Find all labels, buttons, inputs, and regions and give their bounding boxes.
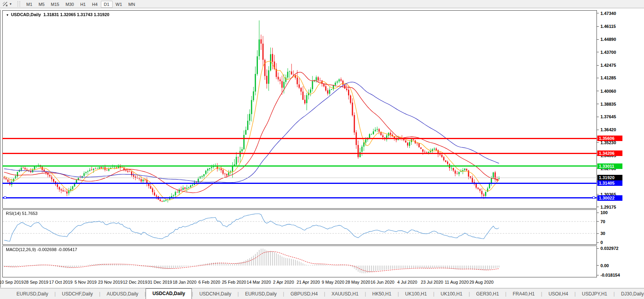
price-tag-1-34206: 1.34206 <box>597 150 622 156</box>
price-tick-mark <box>597 117 599 117</box>
rsi-scale-label-100: 100 <box>600 210 608 215</box>
date-label-9-may-2020: 9 May 2020 <box>322 280 344 284</box>
date-label-21-apr-2020: 21 Apr 2020 <box>297 280 320 284</box>
window-left-border <box>0 10 1 288</box>
price-tick-label-1-41285: 1.41285 <box>600 75 616 80</box>
chart-dropdown-icon[interactable]: ▼ <box>6 13 9 17</box>
timeframe-button-h1[interactable]: H1 <box>77 1 89 8</box>
hline-handle-left[interactable] <box>4 196 6 199</box>
rsi-scale-label-30: 30 <box>600 231 605 236</box>
tool-dropdown-caret-icon[interactable]: ▼ <box>9 2 14 6</box>
price-tag-1-30022: 1.30022 <box>597 195 622 201</box>
price-tick-label-1-43700: 1.43700 <box>600 50 616 55</box>
price-tick-mark <box>597 142 599 143</box>
timeframe-button-m1[interactable]: M1 <box>23 1 35 8</box>
date-label-28-sep-2019: 28 Sep 2019 <box>24 280 48 284</box>
tab-uk100-h1-9[interactable]: UK100,H1 <box>399 289 433 299</box>
mt4-window: ▼ M1M5M15M30H1H4D1W1MN ▼USDCAD,Daily 1.3… <box>0 0 644 299</box>
tab-audusd-daily-2[interactable]: AUDUSD,Daily <box>100 289 145 299</box>
tab-gbpusd-h4-6[interactable]: GBPUSD,H4 <box>284 289 324 299</box>
hline-1-34206[interactable] <box>2 153 597 154</box>
date-label-23-jul-2020: 23 Jul 2020 <box>421 280 443 284</box>
hline-1-33011[interactable] <box>2 165 597 167</box>
draw-tool-icon[interactable] <box>1 0 9 7</box>
chart-symbol-timeframe: USDCAD,Daily <box>11 12 41 17</box>
tab-dj30-daily-15[interactable]: DJ30,Daily <box>615 289 644 299</box>
timeframe-button-h4[interactable]: H4 <box>89 1 100 8</box>
macd-values: -0.002698 -0.005417 <box>37 247 77 252</box>
price-tag-1-33011: 1.33011 <box>597 163 622 169</box>
date-label-18-jan-2020: 18 Jan 2020 <box>173 280 197 284</box>
tab-xauusd-h1-7[interactable]: XAUUSD,H1 <box>325 289 365 299</box>
price-tick-mark <box>597 130 599 130</box>
price-tick-label-1-36420: 1.36420 <box>600 127 616 132</box>
date-label-11-aug-2020: 11 Aug 2020 <box>445 280 469 284</box>
macd-title: MACD(12,26,9) -0.002698 -0.005417 <box>6 247 77 252</box>
date-label-28-may-2020: 28 May 2020 <box>345 280 370 284</box>
price-tick-mark <box>597 91 599 91</box>
toolbar: ▼ M1M5M15M30H1H4D1W1MN <box>0 0 644 8</box>
tab-uk100-h1-10[interactable]: UK100,H1 <box>434 289 469 299</box>
tab-usdchf-daily-1[interactable]: USDCHF,Daily <box>56 289 99 299</box>
rsi-scale-label-0: 0 <box>600 240 603 245</box>
rsi-tick-mark <box>597 242 599 243</box>
macd-scale-label--0-018154: -0.018154 <box>600 273 620 277</box>
date-label-14-mar-2020: 14 Mar 2020 <box>247 280 271 284</box>
timeframe-button-m30[interactable]: M30 <box>62 1 77 8</box>
tab-fra40-h1-12[interactable]: FRA40,H1 <box>506 289 541 299</box>
price-tick-mark <box>597 104 599 104</box>
tab-eurusd-daily-5[interactable]: EURUSD,Daily <box>239 289 283 299</box>
price-tick-mark <box>597 194 599 194</box>
price-tag-1-31405: 1.31405 <box>597 180 622 186</box>
tab-hk50-h1-8[interactable]: HK50,H1 <box>366 289 398 299</box>
macd-scale-label-0-032972: 0.032972 <box>600 246 618 251</box>
toolbar-grip[interactable] <box>18 1 20 7</box>
timeframe-button-d1[interactable]: D1 <box>101 1 113 8</box>
price-tick-label-1-44890: 1.44890 <box>600 37 616 42</box>
rsi-tick-mark <box>597 233 599 234</box>
date-label-2-apr-2020: 2 Apr 2020 <box>273 280 294 284</box>
tab-ger30-h1-11[interactable]: GER30,H1 <box>470 289 505 299</box>
price-tick-mark <box>597 52 599 52</box>
price-tick-mark <box>597 207 599 207</box>
macd-panel: MACD(12,26,9) -0.002698 -0.005417 <box>2 246 597 277</box>
date-label-25-feb-2020: 25 Feb 2020 <box>222 280 246 284</box>
tab-usdcnh-daily-4[interactable]: USDCNH,Daily <box>193 289 237 299</box>
price-tick-mark <box>597 39 599 40</box>
rsi-canvas[interactable] <box>3 210 597 244</box>
tab-eurusd-daily-0[interactable]: EURUSD,Daily <box>10 289 55 299</box>
price-tick-mark <box>597 65 599 66</box>
main-chart-canvas[interactable] <box>3 11 597 208</box>
hline-1-30022[interactable] <box>2 197 597 198</box>
tab-usoil-h4-13[interactable]: USOil,H4 <box>542 289 575 299</box>
hline-handle-right[interactable] <box>593 196 595 199</box>
timeframe-button-m5[interactable]: M5 <box>35 1 47 8</box>
macd-tick-mark <box>597 265 599 266</box>
price-tick-label-1-46115: 1.46115 <box>600 24 616 29</box>
tab-usdjpy-h1-14[interactable]: USDJPY,H1 <box>576 289 613 299</box>
chart-tab-bar: EURUSD,Daily|USDCHF,Daily|AUDUSD,Daily|U… <box>0 288 644 299</box>
timeframe-button-m15[interactable]: M15 <box>48 1 62 8</box>
timeframe-button-mn[interactable]: MN <box>125 1 138 8</box>
price-tick-label-1-40060: 1.40060 <box>600 89 616 94</box>
rsi-scale-label-70: 70 <box>600 219 605 224</box>
price-tick-mark <box>597 26 599 27</box>
macd-scale-label-0-00: 0.00 <box>600 263 609 268</box>
macd-tick-mark <box>597 248 599 249</box>
rsi-title: RSI(14) 51.7653 <box>6 211 38 216</box>
timeframe-button-w1[interactable]: W1 <box>113 1 126 8</box>
date-label-17-oct-2019: 17 Oct 2019 <box>49 280 73 284</box>
macd-canvas[interactable] <box>3 246 597 277</box>
date-label-10-sep-2019: 10 Sep 2019 <box>0 280 24 284</box>
tab-usdcad-daily-3[interactable]: USDCAD,Daily <box>146 288 192 299</box>
date-label-16-jun-2020: 16 Jun 2020 <box>370 280 394 284</box>
date-label-5-nov-2019: 5 Nov 2019 <box>75 280 97 284</box>
date-label-6-feb-2020: 6 Feb 2020 <box>198 280 220 284</box>
hline-1-31405[interactable] <box>2 183 597 184</box>
date-label-12-dec-2019: 12 Dec 2019 <box>123 280 147 284</box>
price-tag-1-35606: 1.35606 <box>597 136 622 141</box>
price-tick-label-1-29175: 1.29175 <box>600 205 616 209</box>
hline-1-35606[interactable] <box>2 138 597 139</box>
price-tick-label-1-37645: 1.37645 <box>600 114 616 119</box>
date-label-23-nov-2019: 23 Nov 2019 <box>98 280 122 284</box>
